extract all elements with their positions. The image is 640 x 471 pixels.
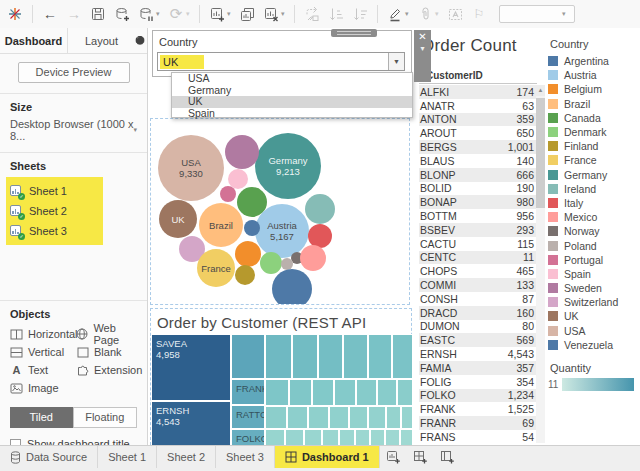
table-row[interactable]: BOLID190 bbox=[419, 182, 537, 196]
table-row[interactable]: CHOPS465 bbox=[419, 264, 537, 278]
filter-option[interactable]: Spain bbox=[172, 108, 412, 120]
zone-menu-caret-icon[interactable]: ▾ bbox=[414, 44, 431, 54]
treemap-cell-rattc[interactable]: RATTC bbox=[231, 405, 265, 429]
treemap-cell[interactable] bbox=[231, 334, 265, 379]
bubble-belgium[interactable] bbox=[235, 241, 261, 267]
new-story-icon[interactable] bbox=[434, 446, 461, 468]
customer-id-column-header[interactable]: CustomerID bbox=[419, 56, 537, 84]
legend-item[interactable]: Belgium bbox=[548, 82, 640, 96]
treemap-cell[interactable] bbox=[318, 334, 343, 379]
table-row[interactable]: FRANK1,525 bbox=[419, 402, 537, 416]
table-row[interactable]: CACTU115 bbox=[419, 237, 537, 251]
legend-item[interactable]: Ireland bbox=[548, 182, 640, 196]
treemap-cell[interactable] bbox=[292, 334, 318, 379]
treemap-cell-savea[interactable]: SAVEA4,958 bbox=[151, 334, 231, 401]
legend-item[interactable]: France bbox=[548, 153, 640, 167]
treemap-cell[interactable] bbox=[400, 429, 413, 446]
bubble-argentina[interactable] bbox=[272, 269, 312, 305]
duplicate-sheet-icon[interactable] bbox=[236, 3, 258, 25]
legend-item[interactable]: USA bbox=[548, 324, 640, 338]
object-item-extension[interactable]: Extension bbox=[76, 364, 142, 376]
treemap-cell[interactable] bbox=[334, 379, 356, 406]
treemap-cell[interactable] bbox=[397, 379, 413, 406]
treemap-cell[interactable] bbox=[343, 334, 368, 379]
bubble-mexico[interactable] bbox=[300, 245, 326, 271]
treemap-cell[interactable] bbox=[308, 406, 329, 429]
table-row[interactable]: FOLKO1,234 bbox=[419, 389, 537, 403]
table-row[interactable]: ANATR63 bbox=[419, 99, 537, 113]
bubble-sweden[interactable] bbox=[225, 135, 259, 169]
table-row[interactable]: EASTC569 bbox=[419, 333, 537, 347]
table-row[interactable]: AROUT650 bbox=[419, 126, 537, 140]
table-row[interactable]: CENTC11 bbox=[419, 251, 537, 265]
legend-item[interactable]: Poland bbox=[548, 238, 640, 252]
bubble-portugal[interactable] bbox=[220, 186, 236, 202]
table-row[interactable]: ANTON359 bbox=[419, 113, 537, 127]
legend-item[interactable]: Finland bbox=[548, 139, 640, 153]
treemap-cell[interactable] bbox=[385, 429, 400, 446]
combobox-caret-icon[interactable]: ▼ bbox=[388, 53, 404, 70]
table-row[interactable]: FRANS54 bbox=[419, 430, 537, 444]
treemap-cell[interactable] bbox=[356, 379, 377, 406]
bubble-austria[interactable]: Austria5,167 bbox=[255, 204, 309, 258]
bubble-germany[interactable]: Germany9,213 bbox=[255, 133, 321, 199]
save-icon[interactable] bbox=[87, 3, 109, 25]
run-update-icon[interactable]: ⟳ bbox=[165, 3, 187, 25]
table-row[interactable]: FOLIG354 bbox=[419, 375, 537, 389]
size-dropdown[interactable]: Desktop Browser (1000 x 8... ▾ bbox=[10, 118, 137, 146]
legend-item[interactable]: Venezuela bbox=[548, 338, 640, 352]
new-worksheet-caret[interactable]: ▾ bbox=[227, 10, 235, 18]
tab-dashboard[interactable]: Dashboard bbox=[0, 28, 68, 53]
tab-layout[interactable]: Layout bbox=[68, 28, 135, 53]
country-filter-combobox[interactable]: UK ▼ bbox=[157, 52, 405, 71]
new-data-source-icon[interactable] bbox=[111, 3, 133, 25]
bubble-finland[interactable] bbox=[235, 265, 255, 285]
fix-axes-icon[interactable]: ⚐ bbox=[468, 3, 490, 25]
legend-item[interactable]: Austria bbox=[548, 68, 640, 82]
workbook-tab-sheet-1[interactable]: Sheet 1 bbox=[98, 446, 157, 468]
tiled-button[interactable]: Tiled bbox=[10, 407, 73, 428]
run-update-caret[interactable]: ▾ bbox=[186, 10, 194, 18]
sidebar-sheet-item[interactable]: ✓Sheet 3 bbox=[10, 221, 103, 241]
object-item-horizontal[interactable]: Horizontal bbox=[10, 328, 76, 340]
table-row[interactable]: CONSH87 bbox=[419, 292, 537, 306]
table-row[interactable]: BONAP980 bbox=[419, 195, 537, 209]
workbook-tab-dashboard-1[interactable]: Dashboard 1 bbox=[275, 446, 380, 468]
sidebar-sheet-item[interactable]: ✓Sheet 1 bbox=[10, 181, 103, 201]
scrollbar-thumb[interactable] bbox=[536, 98, 545, 208]
quantity-gradient-bar[interactable] bbox=[562, 378, 634, 391]
new-dashboard-icon[interactable] bbox=[407, 446, 434, 468]
table-row[interactable]: FRANR69 bbox=[419, 416, 537, 430]
legend-item[interactable]: Argentina bbox=[548, 54, 640, 68]
treemap-cell[interactable] bbox=[355, 429, 370, 446]
bubble-brazil[interactable]: Brazil bbox=[199, 203, 243, 247]
legend-item[interactable]: Portugal bbox=[548, 253, 640, 267]
object-item-blank[interactable]: Blank bbox=[76, 346, 142, 358]
treemap-cell[interactable] bbox=[289, 379, 312, 406]
table-row[interactable]: BLONP666 bbox=[419, 168, 537, 182]
treemap-cell[interactable] bbox=[329, 406, 349, 429]
workbook-tab-sheet-3[interactable]: Sheet 3 bbox=[216, 446, 275, 468]
clear-sheet-caret[interactable]: ▾ bbox=[281, 10, 289, 18]
treemap-cell[interactable] bbox=[265, 406, 287, 429]
treemap-cell[interactable] bbox=[312, 379, 334, 406]
object-item-image[interactable]: Image bbox=[10, 382, 76, 394]
legend-item[interactable]: Germany bbox=[548, 168, 640, 182]
treemap-cell[interactable] bbox=[304, 429, 322, 446]
legend-item[interactable]: Brazil bbox=[548, 97, 640, 111]
bubble-denmark[interactable] bbox=[260, 252, 282, 274]
new-worksheet-icon[interactable] bbox=[206, 3, 228, 25]
treemap-cell-ernsh[interactable]: ERNSH4,543 bbox=[151, 401, 231, 446]
new-worksheet-icon[interactable] bbox=[380, 446, 407, 468]
treemap-cell[interactable] bbox=[322, 429, 339, 446]
treemap-cell[interactable] bbox=[265, 379, 289, 406]
undo-icon[interactable]: ← bbox=[39, 3, 61, 25]
bubble-france[interactable]: France bbox=[197, 249, 235, 287]
pause-auto-updates-caret[interactable]: ▾ bbox=[156, 10, 164, 18]
treemap-cell[interactable] bbox=[349, 406, 368, 429]
table-row[interactable]: DUMON80 bbox=[419, 320, 537, 334]
filter-option[interactable]: USA bbox=[172, 73, 412, 85]
legend-item[interactable]: UK bbox=[548, 309, 640, 323]
close-icon[interactable]: ✕ bbox=[414, 30, 431, 44]
workbook-tab-data-source[interactable]: Data Source bbox=[0, 446, 98, 468]
